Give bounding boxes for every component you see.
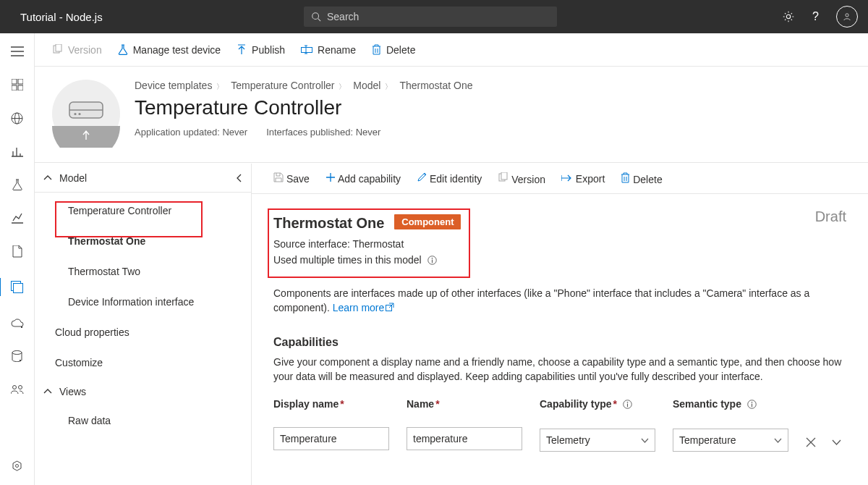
svg-point-3	[846, 14, 848, 17]
search-placeholder: Search	[327, 11, 359, 22]
svg-point-2	[786, 14, 790, 18]
app-title: Tutorial - Node.js	[20, 11, 103, 23]
svg-point-0	[312, 13, 319, 20]
search-input[interactable]: Search	[304, 7, 557, 27]
avatar[interactable]	[836, 6, 858, 28]
search-icon	[311, 12, 321, 22]
svg-line-1	[318, 19, 321, 22]
gear-icon[interactable]	[782, 10, 795, 23]
help-icon[interactable]: ?	[812, 10, 819, 23]
